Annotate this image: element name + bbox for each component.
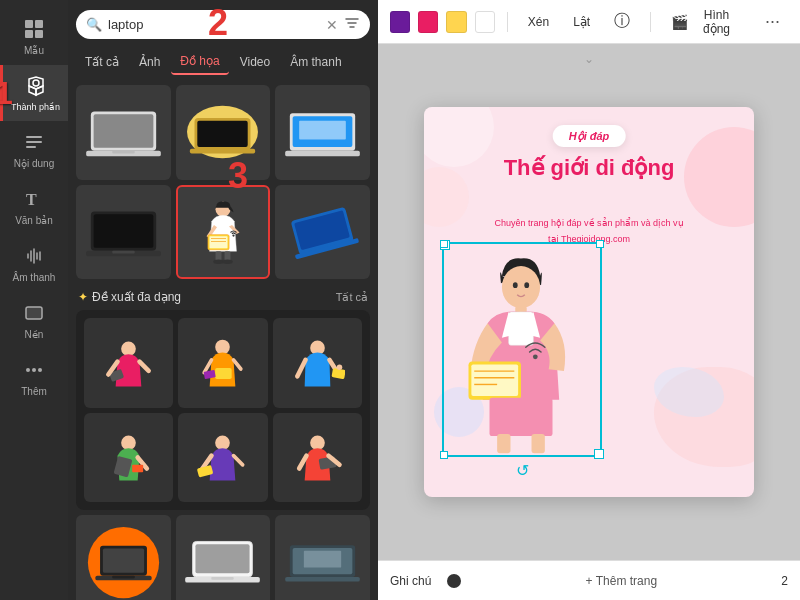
- xen-button[interactable]: Xén: [520, 11, 557, 33]
- svg-rect-46: [216, 368, 233, 379]
- svg-rect-32: [209, 236, 227, 248]
- search-input[interactable]: [108, 17, 320, 32]
- tab-do-hoa[interactable]: Đồ họa: [171, 49, 228, 75]
- suggest-grid: [76, 310, 370, 510]
- color-swatch-purple[interactable]: [390, 11, 410, 33]
- info-button[interactable]: ⓘ: [606, 7, 638, 36]
- grid-area: 3 ✦ Đề xuất đa dạng Tất cả: [68, 79, 378, 600]
- svg-rect-15: [93, 115, 153, 149]
- top-toolbar: Xén Lật ⓘ 🎬 Hình động ···: [378, 0, 800, 44]
- selected-element-frame[interactable]: ↺: [442, 242, 602, 457]
- suggest-item-2[interactable]: [178, 318, 267, 407]
- svg-point-35: [232, 234, 234, 236]
- grid-item-thin-laptop[interactable]: [275, 515, 370, 600]
- main-title: Thế giới di động: [440, 155, 738, 181]
- color-swatch-white[interactable]: [475, 11, 495, 33]
- color-swatch-pink[interactable]: [418, 11, 438, 33]
- thanh-phan-icon: [23, 73, 49, 99]
- search-panel: 🔍 ✕ 2 Tất cả Ảnh Đồ họa Video Âm thanh: [68, 0, 378, 600]
- svg-rect-64: [196, 545, 250, 574]
- resize-handle-bl[interactable]: [440, 451, 448, 459]
- svg-rect-0: [25, 20, 33, 28]
- sidebar-nav: Mẫu Thành phần 1 Nội dung T: [0, 0, 68, 600]
- svg-point-11: [26, 368, 30, 372]
- tabs-row: Tất cả Ảnh Đồ họa Video Âm thanh: [68, 45, 378, 79]
- resize-handle-tl[interactable]: [440, 240, 448, 248]
- more-options-button[interactable]: ···: [757, 7, 788, 36]
- hinh-dong-button[interactable]: 🎬 Hình động: [663, 4, 749, 40]
- clear-search-button[interactable]: ✕: [326, 17, 338, 33]
- filter-button[interactable]: [344, 15, 360, 34]
- svg-point-13: [38, 368, 42, 372]
- svg-point-54: [216, 435, 231, 450]
- suggest-title: ✦ Đề xuất đa dạng: [78, 290, 181, 304]
- svg-point-4: [33, 80, 39, 86]
- svg-rect-25: [285, 151, 360, 157]
- scroll-up-arrow[interactable]: ⌄: [577, 52, 601, 66]
- grid-item-laptop-black[interactable]: [76, 185, 171, 280]
- sidebar-item-van-ban[interactable]: T Văn bản: [0, 178, 68, 235]
- tab-am-thanh[interactable]: Âm thanh: [281, 50, 350, 74]
- grid-item-laptop-2[interactable]: [176, 85, 271, 180]
- grid-item-laptop-diagonal[interactable]: [275, 185, 370, 280]
- suggest-all-button[interactable]: Tất cả: [336, 291, 368, 304]
- sidebar-item-am-thanh[interactable]: Âm thanh: [0, 235, 68, 292]
- svg-rect-10: [26, 307, 42, 319]
- suggest-item-1[interactable]: [84, 318, 173, 407]
- thanh-phan-label: Thành phần: [11, 102, 60, 113]
- grid-item-white-laptop[interactable]: [176, 515, 271, 600]
- svg-point-43: [121, 341, 136, 356]
- them-icon: [21, 357, 47, 383]
- sidebar-item-noi-dung[interactable]: Nội dung: [0, 121, 68, 178]
- svg-rect-6: [26, 141, 42, 143]
- noi-dung-label: Nội dung: [14, 158, 54, 170]
- svg-point-12: [32, 368, 36, 372]
- grid-item-orange-laptop[interactable]: [76, 515, 171, 600]
- sidebar-item-them[interactable]: Thêm: [0, 349, 68, 406]
- svg-point-45: [216, 339, 231, 354]
- suggest-item-3[interactable]: [273, 318, 362, 407]
- svg-rect-49: [331, 367, 345, 378]
- canvas-area: Xén Lật ⓘ 🎬 Hình động ··· ⌄ Hội đáp: [378, 0, 800, 600]
- svg-rect-70: [285, 577, 360, 582]
- svg-rect-69: [304, 551, 341, 568]
- page-number: 2: [781, 574, 788, 588]
- add-page-button[interactable]: + Thêm trang: [473, 574, 769, 588]
- svg-rect-24: [299, 121, 346, 140]
- sidebar-item-nen[interactable]: Nền: [0, 292, 68, 349]
- tab-tat-ca[interactable]: Tất cả: [76, 50, 128, 74]
- mau-icon: [21, 16, 47, 42]
- svg-rect-66: [212, 577, 234, 580]
- lat-button[interactable]: Lật: [565, 11, 598, 33]
- resize-handle-tr[interactable]: [596, 240, 604, 248]
- nen-icon: [21, 300, 47, 326]
- grid-item-laptop-3[interactable]: [275, 85, 370, 180]
- search-icon: 🔍: [86, 17, 102, 32]
- noi-dung-icon: [21, 129, 47, 155]
- suggest-item-5[interactable]: [178, 413, 267, 502]
- tab-anh[interactable]: Ảnh: [130, 50, 169, 74]
- svg-rect-3: [35, 30, 43, 38]
- suggest-item-4[interactable]: [84, 413, 173, 502]
- svg-point-50: [337, 364, 343, 370]
- grid-row-3: [76, 515, 370, 600]
- svg-point-56: [310, 435, 325, 450]
- bottom-bar: Ghi chú + Thêm trang 2: [378, 560, 800, 600]
- sidebar-item-thanh-phan[interactable]: Thành phần 1: [0, 65, 68, 121]
- suggest-header: ✦ Đề xuất đa dạng Tất cả: [76, 284, 370, 310]
- design-card: Hội đáp Thế giới di động Chuyên trang hộ…: [424, 107, 754, 497]
- title-banner: Hội đáp: [553, 125, 626, 147]
- tab-video[interactable]: Video: [231, 50, 279, 74]
- svg-point-38: [213, 259, 224, 264]
- svg-rect-20: [198, 121, 248, 147]
- note-dot: [447, 574, 461, 588]
- svg-rect-2: [25, 30, 33, 38]
- color-swatch-yellow[interactable]: [446, 11, 466, 33]
- grid-item-person-tablet[interactable]: [176, 185, 271, 280]
- grid-item-laptop-1[interactable]: [76, 85, 171, 180]
- resize-handle-br[interactable]: [596, 451, 604, 459]
- sidebar-item-mau[interactable]: Mẫu: [0, 8, 68, 65]
- van-ban-label: Văn bản: [15, 215, 53, 227]
- suggest-item-6[interactable]: [273, 413, 362, 502]
- rotate-handle[interactable]: ↺: [513, 461, 531, 479]
